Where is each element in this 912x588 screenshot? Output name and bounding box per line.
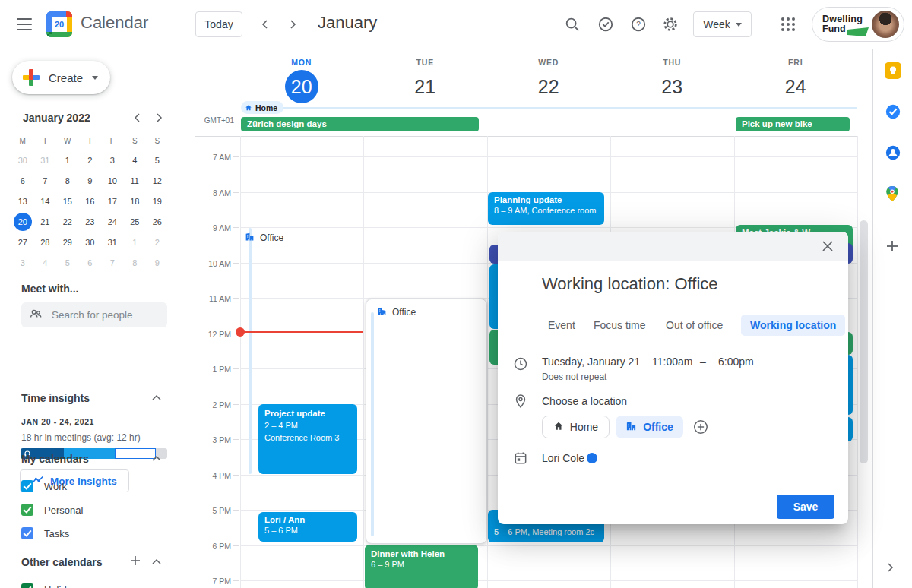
mini-calendar-day[interactable]: 6: [79, 253, 102, 273]
mini-calendar-day[interactable]: 22: [56, 212, 79, 232]
mini-calendar-day[interactable]: 30: [11, 150, 34, 171]
calendar-item-holidays[interactable]: Holidays: [21, 582, 82, 588]
google-apps-icon[interactable]: [780, 16, 796, 33]
main-menu-icon[interactable]: [17, 18, 32, 30]
home-location-chip[interactable]: Home: [241, 101, 283, 114]
next-period-icon[interactable]: [284, 16, 301, 33]
mini-calendar-day[interactable]: 3: [11, 253, 34, 273]
mini-calendar-day[interactable]: 6: [11, 171, 34, 191]
allday-event-bike[interactable]: Pick up new bike: [736, 117, 850, 131]
maps-icon[interactable]: [885, 185, 901, 202]
today-button[interactable]: Today: [195, 11, 242, 37]
add-location-icon[interactable]: [692, 419, 709, 435]
expand-panel-icon[interactable]: [885, 562, 901, 579]
mini-calendar-day[interactable]: 16: [79, 191, 102, 212]
add-calendar-icon[interactable]: [129, 555, 143, 568]
mini-calendar-day[interactable]: 7: [34, 171, 57, 191]
close-icon[interactable]: [821, 239, 834, 253]
check-circle-icon[interactable]: [596, 14, 616, 34]
office-option-button[interactable]: Office: [616, 416, 683, 438]
tab-focus-time[interactable]: Focus time: [594, 315, 645, 336]
search-icon[interactable]: [562, 14, 582, 34]
mini-calendar-day[interactable]: 11: [124, 171, 147, 191]
calendar-item-personal[interactable]: Personal: [21, 502, 83, 517]
user-avatar[interactable]: [872, 11, 899, 38]
work-checkbox[interactable]: [21, 480, 33, 492]
mini-calendar-day[interactable]: 30: [79, 232, 102, 253]
personal-checkbox[interactable]: [21, 504, 33, 516]
mini-calendar-day[interactable]: 4: [124, 150, 147, 171]
search-people-box[interactable]: [21, 302, 167, 327]
event-planning-update[interactable]: Planning update 8 – 9 AM, Conference roo…: [488, 192, 604, 225]
settings-gear-icon[interactable]: [660, 14, 680, 34]
tasks-checkbox[interactable]: [21, 527, 33, 539]
mini-calendar-day[interactable]: 9: [79, 171, 102, 191]
day-number[interactable]: 22: [532, 70, 565, 103]
mini-calendar-day[interactable]: 18: [124, 191, 147, 212]
mini-calendar-day[interactable]: 31: [101, 232, 124, 253]
dialog-recurrence[interactable]: Does not repeat: [542, 371, 606, 382]
tab-event[interactable]: Event: [548, 315, 575, 336]
create-button[interactable]: Create: [12, 61, 110, 94]
dialog-drag-handle[interactable]: [498, 232, 848, 261]
mini-calendar-day[interactable]: 17: [101, 191, 124, 212]
mini-calendar-day[interactable]: 13: [11, 191, 34, 212]
mini-calendar-day[interactable]: 14: [34, 191, 57, 212]
tab-out-of-office[interactable]: Out of office: [666, 315, 723, 336]
mini-calendar-day[interactable]: 29: [56, 232, 79, 253]
view-selector-dropdown[interactable]: Week: [693, 11, 752, 37]
working-location-chip-monday[interactable]: Office: [245, 231, 283, 245]
calendar-item-tasks[interactable]: Tasks: [21, 526, 69, 541]
mini-calendar-day[interactable]: 28: [34, 232, 57, 253]
mini-calendar-day[interactable]: 8: [124, 253, 147, 273]
mini-calendar-day[interactable]: 24: [101, 212, 124, 232]
contacts-icon[interactable]: [885, 144, 901, 161]
day-number[interactable]: 24: [779, 70, 812, 103]
mini-calendar-day[interactable]: 8: [56, 171, 79, 191]
help-icon[interactable]: ?: [629, 14, 648, 34]
mini-calendar-day[interactable]: 23: [79, 212, 102, 232]
mini-calendar-day[interactable]: 27: [11, 232, 34, 253]
mini-calendar-day[interactable]: 1: [124, 232, 147, 253]
mini-calendar-day[interactable]: 9: [146, 253, 169, 273]
calendar-logo-icon[interactable]: 20: [46, 11, 72, 37]
event-project-update[interactable]: Project update 2 – 4 PM Conference Room …: [258, 404, 357, 474]
collapse-section-icon[interactable]: [152, 556, 164, 568]
event-lori-ann[interactable]: Lori / Ann 5 – 6 PM: [258, 512, 357, 542]
keep-icon[interactable]: [885, 62, 901, 79]
dialog-date[interactable]: Tuesday, January 21: [542, 356, 640, 368]
mini-calendar-day[interactable]: 12: [146, 171, 169, 191]
mini-calendar-day[interactable]: 2: [146, 232, 169, 253]
day-number[interactable]: 23: [655, 70, 689, 103]
dialog-start-time[interactable]: 11:00am: [652, 356, 692, 368]
mini-calendar-day[interactable]: 5: [146, 150, 169, 171]
mini-calendar-day[interactable]: 5: [56, 253, 79, 273]
mini-calendar-day[interactable]: 21: [34, 212, 57, 232]
mini-calendar-next-icon[interactable]: [152, 111, 166, 125]
mini-calendar-day[interactable]: 3: [101, 150, 124, 171]
previous-period-icon[interactable]: [257, 16, 274, 33]
mini-calendar-day[interactable]: 10: [101, 171, 124, 191]
collapse-section-icon[interactable]: [152, 392, 164, 404]
day-number[interactable]: 20: [285, 70, 318, 103]
tab-working-location[interactable]: Working location: [741, 315, 845, 336]
event-dinner-with-helen[interactable]: Dinner with Helen 6 – 9 PM: [365, 545, 478, 588]
day-number[interactable]: 21: [408, 70, 442, 103]
search-people-input[interactable]: [50, 308, 152, 321]
mini-calendar-day[interactable]: 26: [146, 212, 169, 232]
holidays-checkbox[interactable]: [21, 583, 33, 588]
get-addons-icon[interactable]: [885, 239, 901, 255]
home-option-button[interactable]: Home: [542, 416, 610, 438]
collapse-section-icon[interactable]: [152, 453, 164, 465]
mini-calendar-day[interactable]: 7: [101, 253, 124, 273]
mini-calendar-day[interactable]: 15: [56, 191, 79, 212]
calendar-color-dot[interactable]: [587, 453, 597, 463]
mini-calendar-day[interactable]: 2: [79, 150, 102, 171]
mini-calendar-day[interactable]: 19: [146, 191, 169, 212]
mini-calendar-day[interactable]: 1: [56, 150, 79, 171]
dialog-end-time[interactable]: 6:00pm: [718, 356, 754, 368]
google-tasks-icon[interactable]: [885, 103, 901, 120]
allday-event-zurich[interactable]: Zürich design days: [241, 117, 479, 131]
mini-calendar-day[interactable]: 25: [124, 212, 147, 232]
working-location-chip-tuesday[interactable]: Office: [377, 305, 416, 319]
